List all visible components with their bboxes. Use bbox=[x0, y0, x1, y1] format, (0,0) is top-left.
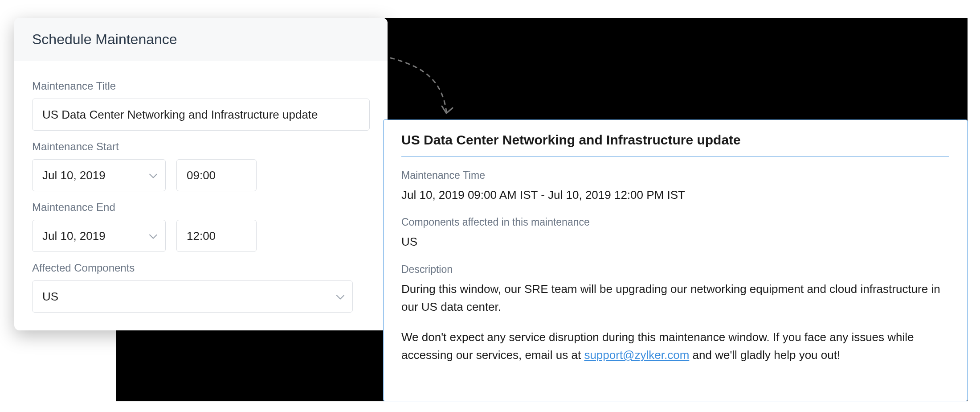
form-header: Schedule Maintenance bbox=[14, 18, 388, 61]
preview-components-label: Components affected in this maintenance bbox=[401, 216, 949, 228]
preview-description-label: Description bbox=[401, 264, 949, 276]
preview-description-p2-post: and we'll gladly help you out! bbox=[689, 348, 840, 362]
stage: Schedule Maintenance Maintenance Title M… bbox=[0, 0, 980, 412]
maintenance-preview-card: US Data Center Networking and Infrastruc… bbox=[383, 119, 968, 401]
preview-components-value: US bbox=[401, 233, 949, 251]
end-time-input[interactable] bbox=[176, 220, 257, 252]
chevron-down-icon bbox=[336, 290, 344, 304]
maintenance-title-label: Maintenance Title bbox=[32, 80, 370, 92]
schedule-maintenance-form: Schedule Maintenance Maintenance Title M… bbox=[14, 18, 388, 330]
preview-time-value: Jul 10, 2019 09:00 AM IST - Jul 10, 2019… bbox=[401, 186, 949, 204]
start-time-input[interactable] bbox=[176, 159, 257, 191]
end-date-select[interactable]: Jul 10, 2019 bbox=[32, 220, 166, 252]
maintenance-end-label: Maintenance End bbox=[32, 201, 370, 214]
affected-components-label: Affected Components bbox=[32, 262, 370, 274]
preview-description-p1: During this window, our SRE team will be… bbox=[401, 280, 949, 316]
end-date-value: Jul 10, 2019 bbox=[42, 229, 106, 243]
maintenance-title-input[interactable] bbox=[32, 99, 370, 131]
support-email-link[interactable]: support@zylker.com bbox=[584, 348, 689, 362]
preview-title: US Data Center Networking and Infrastruc… bbox=[401, 132, 949, 157]
preview-time-label: Maintenance Time bbox=[401, 169, 949, 181]
maintenance-start-label: Maintenance Start bbox=[32, 140, 370, 153]
affected-components-value: US bbox=[42, 290, 58, 304]
preview-description-p2: We don't expect any service disruption d… bbox=[401, 328, 949, 364]
chevron-down-icon bbox=[149, 229, 157, 243]
form-body: Maintenance Title Maintenance Start Jul … bbox=[14, 61, 388, 330]
chevron-down-icon bbox=[149, 169, 157, 182]
start-date-value: Jul 10, 2019 bbox=[42, 169, 106, 182]
affected-components-select[interactable]: US bbox=[32, 280, 353, 313]
start-date-select[interactable]: Jul 10, 2019 bbox=[32, 159, 166, 191]
